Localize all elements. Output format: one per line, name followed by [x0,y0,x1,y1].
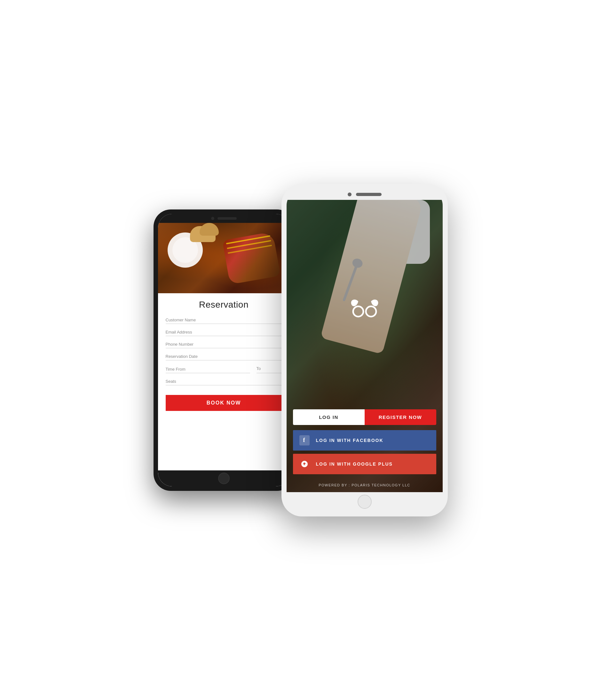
food-bread2-decoration [200,223,219,236]
seats-underline [166,385,282,385]
seats-label: Seats [166,379,282,384]
time-from-underline [166,373,250,373]
book-now-button[interactable]: BOOK NOW [166,395,282,411]
svg-point-1 [366,306,376,317]
google-icon [299,459,309,469]
powered-by-text: POWERED BY : POLARIS TECHNOLOGY LLC [286,479,443,492]
google-login-button[interactable]: LOG IN WITH GOOGLE PLUS [293,454,436,474]
front-camera-icon [211,217,214,220]
black-phone-status-bar [158,214,290,223]
food-hero-image [158,223,290,293]
seats-field: Seats [166,379,282,385]
time-from-field: Time From [166,367,250,373]
black-phone-inner: Reservation Customer Name Email Address … [158,214,290,486]
facebook-icon: f [299,435,309,446]
auth-tabs: LOG IN REGISTER NOW [293,409,436,425]
phone-number-label: Phone Number [166,342,282,347]
white-phone: LOG IN REGISTER NOW f LOG IN WITH FACEBO… [281,184,448,517]
food-meat-decoration [222,231,280,284]
customer-name-field: Customer Name [166,318,282,324]
speaker-icon [218,217,237,220]
facebook-button-label: LOG IN WITH FACEBOOK [316,438,383,443]
black-phone: Reservation Customer Name Email Address … [153,209,294,491]
black-phone-bottom-bar [158,470,290,486]
reservation-date-field: Reservation Date [166,354,282,360]
home-button[interactable] [218,473,230,484]
register-tab[interactable]: REGISTER NOW [365,409,436,425]
white-home-button[interactable] [358,495,372,509]
phones-container: Reservation Customer Name Email Address … [0,0,601,700]
reservation-date-label: Reservation Date [166,354,282,359]
time-to-group: To [256,366,282,373]
social-login-buttons: f LOG IN WITH FACEBOOK LOG IN WITH GOOGL… [286,425,443,479]
email-address-label: Email Address [166,330,282,334]
customer-name-underline [166,324,282,324]
app-logo-icon [349,295,381,320]
reservation-form: Reservation Customer Name Email Address … [158,293,290,470]
time-from-label: Time From [166,367,250,372]
time-to-label: To [256,366,261,372]
customer-name-label: Customer Name [166,318,282,322]
login-tab[interactable]: LOG IN [293,409,365,425]
white-phone-status-bar [286,189,443,200]
email-address-underline [166,336,282,336]
time-to-underline [256,373,282,373]
login-content: LOG IN REGISTER NOW f LOG IN WITH FACEBO… [286,200,443,492]
white-phone-inner: LOG IN REGISTER NOW f LOG IN WITH FACEBO… [286,189,443,511]
white-phone-bottom-bar [286,492,443,511]
app-logo-container [286,200,443,409]
white-phone-food-bg: LOG IN REGISTER NOW f LOG IN WITH FACEBO… [286,200,443,492]
svg-point-0 [353,306,364,317]
phone-number-field: Phone Number [166,342,282,348]
facebook-login-button[interactable]: f LOG IN WITH FACEBOOK [293,430,436,451]
email-address-field: Email Address [166,330,282,336]
google-button-label: LOG IN WITH GOOGLE PLUS [316,461,393,467]
reservation-title: Reservation [166,300,282,310]
time-row: Time From To [166,366,282,373]
phone-number-underline [166,348,282,348]
reservation-date-underline [166,360,282,360]
white-front-camera-icon [348,193,352,196]
white-speaker-icon [356,193,382,196]
